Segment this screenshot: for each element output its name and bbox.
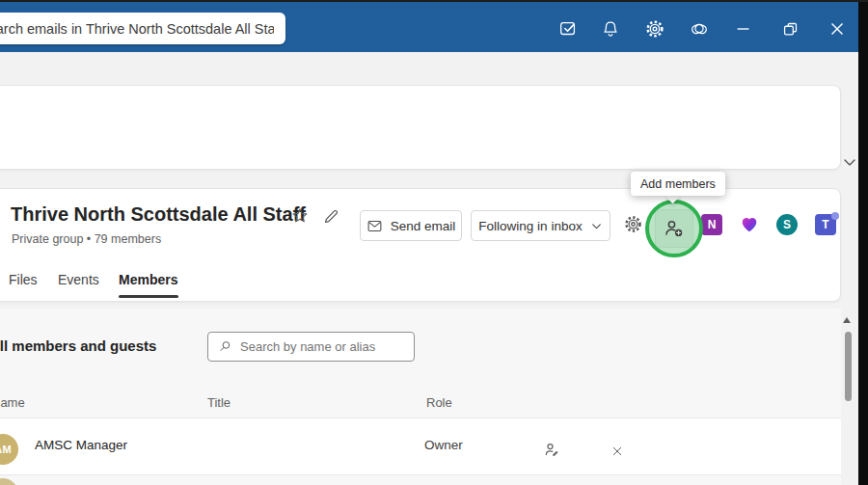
add-members-highlight	[645, 200, 703, 257]
members-heading: All members and guests	[0, 337, 156, 354]
group-title: Thrive North Scottsdale All Staff	[11, 202, 306, 227]
divider	[0, 474, 841, 475]
favorite-star-icon[interactable]	[290, 206, 310, 226]
member-name: AMSC Manager	[35, 438, 127, 452]
members-panel: All members and guests Name Title Role A…	[0, 309, 841, 485]
send-email-button[interactable]: Send email	[360, 210, 462, 241]
viva-engage-icon[interactable]	[739, 214, 760, 235]
column-header-title: Title	[207, 395, 231, 410]
teams-person-dot	[831, 212, 839, 220]
tab-events[interactable]: Events	[58, 272, 99, 287]
expand-chevron-down-icon[interactable]	[840, 152, 859, 172]
group-header-card: Thrive North Scottsdale All Staff Privat…	[0, 188, 841, 302]
scrollbar-up-arrow[interactable]	[843, 317, 851, 323]
member-search-box[interactable]	[207, 332, 415, 362]
add-members-icon[interactable]	[663, 217, 686, 240]
search-icon	[218, 339, 232, 354]
minimize-button[interactable]	[731, 16, 756, 41]
copilot-icon[interactable]	[687, 16, 712, 41]
column-header-role: Role	[426, 395, 452, 410]
remove-member-icon[interactable]	[610, 444, 625, 459]
close-button[interactable]	[825, 16, 850, 41]
send-email-label: Send email	[391, 219, 456, 233]
member-role: Owner	[424, 438, 463, 452]
outlook-titlebar	[0, 0, 868, 52]
group-settings-gear-icon[interactable]	[621, 212, 645, 236]
next-row-avatar-partial	[0, 478, 18, 485]
onenote-icon[interactable]: N	[701, 214, 722, 235]
edit-member-role-icon[interactable]	[543, 441, 562, 460]
scrollbar-thumb[interactable]	[845, 332, 852, 401]
edit-group-pencil-icon[interactable]	[322, 207, 340, 226]
window-top-edge	[0, 0, 868, 2]
following-in-inbox-button[interactable]: Following in inbox	[471, 210, 610, 241]
member-search-input[interactable]	[240, 339, 410, 354]
following-label: Following in inbox	[478, 219, 582, 233]
app-search-input[interactable]	[0, 13, 285, 44]
tooltip-add-members: Add members	[631, 172, 725, 196]
sharepoint-monogram: S	[783, 218, 791, 231]
avatar: AM	[0, 434, 18, 465]
tasks-check-icon[interactable]	[556, 16, 581, 41]
group-subtitle: Private group • 79 members	[12, 232, 161, 246]
tab-files[interactable]: Files	[9, 272, 38, 287]
restore-button[interactable]	[778, 16, 803, 41]
column-header-name: Name	[0, 395, 25, 410]
settings-gear-icon[interactable]	[642, 16, 667, 41]
onenote-monogram: N	[708, 218, 717, 231]
teams-icon[interactable]: T	[815, 214, 836, 235]
sharepoint-icon[interactable]: S	[776, 214, 798, 235]
notifications-bell-icon[interactable]	[598, 16, 623, 41]
tab-members[interactable]: Members	[119, 272, 177, 287]
teams-monogram: T	[822, 218, 828, 231]
collapsed-content-card	[0, 85, 841, 170]
screen-right-edge	[858, 0, 868, 485]
member-row[interactable]: AM AMSC Manager Owner	[0, 418, 841, 474]
active-tab-underline	[119, 295, 178, 298]
